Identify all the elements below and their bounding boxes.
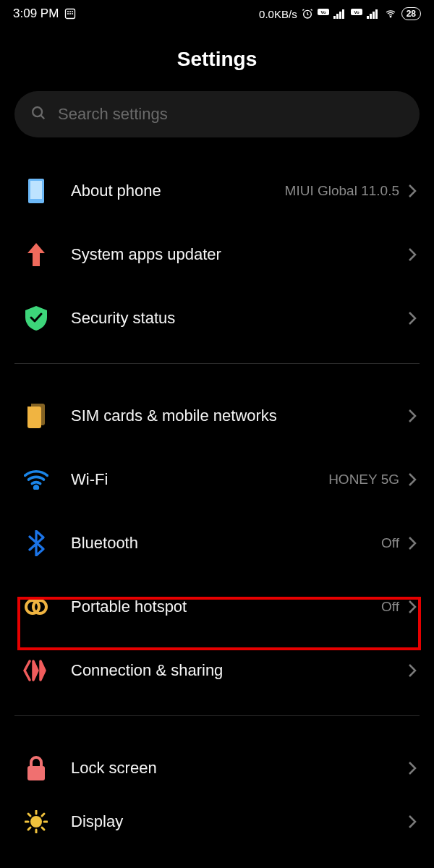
status-time: 3:09 PM xyxy=(13,7,59,21)
row-wifi[interactable]: Wi-Fi HONEY 5G xyxy=(0,448,434,511)
svg-rect-27 xyxy=(27,766,45,780)
lock-icon xyxy=(14,756,58,780)
chevron-right-icon xyxy=(408,409,417,423)
row-value: Off xyxy=(381,599,399,615)
row-security-status[interactable]: Security status xyxy=(0,286,434,350)
row-bluetooth[interactable]: Bluetooth Off xyxy=(0,511,434,575)
row-value: Off xyxy=(381,535,399,551)
svg-point-24 xyxy=(35,486,38,490)
page-title: Settings xyxy=(0,48,434,71)
chevron-right-icon xyxy=(408,600,417,614)
signal-icon-2 xyxy=(367,9,380,19)
chevron-right-icon xyxy=(408,184,417,198)
svg-point-20 xyxy=(390,16,391,17)
svg-point-4 xyxy=(67,13,69,14)
svg-line-35 xyxy=(42,814,44,816)
search-bar[interactable] xyxy=(14,91,420,137)
svg-point-1 xyxy=(67,11,69,12)
svg-point-2 xyxy=(69,11,71,12)
brightness-icon xyxy=(14,810,58,833)
volte-icon-1: Vo xyxy=(318,9,329,19)
divider xyxy=(14,363,420,364)
sim-icon xyxy=(14,404,58,428)
wifi-icon xyxy=(14,469,58,490)
chevron-right-icon xyxy=(408,247,417,262)
svg-rect-13 xyxy=(342,9,344,19)
svg-text:Vo: Vo xyxy=(320,10,326,14)
svg-line-33 xyxy=(28,814,30,816)
svg-text:Vo: Vo xyxy=(354,10,359,14)
svg-point-21 xyxy=(33,107,42,116)
volte-icon-2: Vo xyxy=(351,9,362,19)
svg-rect-12 xyxy=(339,12,341,19)
row-sim-cards[interactable]: SIM cards & mobile networks xyxy=(0,384,434,448)
battery-indicator: 28 xyxy=(401,7,421,20)
row-portable-hotspot[interactable]: Portable hotspot Off xyxy=(0,575,434,639)
chevron-right-icon xyxy=(408,761,417,775)
svg-point-5 xyxy=(69,13,71,14)
row-label: Lock screen xyxy=(58,759,408,778)
status-bar: 3:09 PM 0.0KB/s Vo Vo 28 xyxy=(0,0,434,27)
svg-point-3 xyxy=(72,11,73,12)
shield-check-icon xyxy=(14,306,58,331)
chevron-right-icon xyxy=(408,814,417,829)
row-label: About phone xyxy=(58,182,285,200)
svg-rect-19 xyxy=(375,9,378,19)
row-label: Bluetooth xyxy=(58,534,381,553)
bluetooth-icon xyxy=(14,530,58,556)
phone-icon xyxy=(14,179,58,203)
chevron-right-icon xyxy=(408,472,417,487)
update-arrow-icon xyxy=(14,243,58,266)
hotspot-icon xyxy=(14,597,58,616)
row-label: Display xyxy=(58,812,408,831)
alarm-icon xyxy=(302,8,313,20)
svg-rect-11 xyxy=(336,14,339,19)
row-lock-screen[interactable]: Lock screen xyxy=(0,736,434,800)
svg-line-34 xyxy=(42,827,44,830)
connection-icon xyxy=(14,660,58,681)
svg-rect-17 xyxy=(370,14,372,19)
settings-list: About phone MIUI Global 11.0.5 System ap… xyxy=(0,159,434,843)
row-connection-sharing[interactable]: Connection & sharing xyxy=(0,639,434,702)
signal-icon-1 xyxy=(333,9,346,19)
status-network-speed: 0.0KB/s xyxy=(259,8,297,20)
row-label: System apps updater xyxy=(58,245,408,264)
svg-rect-18 xyxy=(373,12,375,19)
search-input[interactable] xyxy=(58,105,404,124)
svg-line-36 xyxy=(28,827,30,830)
wifi-icon xyxy=(384,9,397,19)
row-label: Connection & sharing xyxy=(58,661,408,680)
svg-point-28 xyxy=(30,816,42,827)
svg-rect-23 xyxy=(30,181,42,199)
row-label: Wi-Fi xyxy=(58,470,328,489)
svg-rect-16 xyxy=(367,16,369,19)
svg-point-6 xyxy=(72,13,73,14)
row-label: SIM cards & mobile networks xyxy=(58,407,408,425)
row-about-phone[interactable]: About phone MIUI Global 11.0.5 xyxy=(0,159,434,223)
row-display[interactable]: Display xyxy=(0,800,434,843)
chevron-right-icon xyxy=(408,311,417,326)
chevron-right-icon xyxy=(408,663,417,678)
status-misc-icon xyxy=(64,8,76,20)
row-value: HONEY 5G xyxy=(328,472,399,488)
row-value: MIUI Global 11.0.5 xyxy=(285,183,399,199)
chevron-right-icon xyxy=(408,536,417,550)
svg-rect-10 xyxy=(333,16,336,19)
row-label: Portable hotspot xyxy=(58,597,381,616)
divider xyxy=(14,715,420,716)
row-label: Security status xyxy=(58,309,408,328)
row-system-apps-updater[interactable]: System apps updater xyxy=(0,223,434,286)
search-icon xyxy=(30,105,46,124)
